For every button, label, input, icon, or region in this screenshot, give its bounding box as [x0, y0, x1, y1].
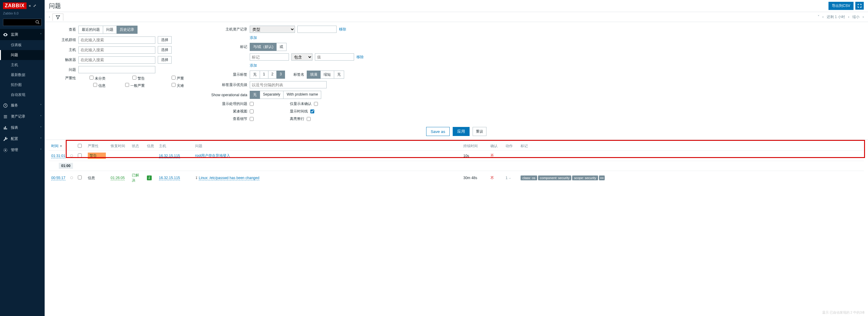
seg-history[interactable]: 历史记录 [117, 26, 137, 34]
problem-link[interactable]: Linux: /etc/passwd has been changed [199, 176, 259, 180]
prev-tab-icon[interactable]: ‹ [49, 15, 50, 19]
search-input[interactable] [3, 20, 33, 25]
col-problem: 问题 [193, 142, 461, 151]
ack-link[interactable]: 不 [490, 176, 494, 180]
tag-remove[interactable]: 移除 [356, 55, 364, 60]
apply-button[interactable]: 应用 [453, 127, 470, 136]
lbl-suppressed: 显示处理的问题 [208, 101, 247, 106]
nav-inventory[interactable]: 资产记录 ˅ [0, 111, 44, 122]
row-time[interactable]: 00:55:17 [51, 176, 65, 180]
opdata-group[interactable]: 无 Separately With problem name [250, 91, 321, 99]
tagmode-andor[interactable]: 与/或（默认) [250, 43, 277, 51]
gear-icon [3, 148, 8, 153]
sub-dashboard[interactable]: 仪表板 [0, 40, 44, 50]
nav-monitoring[interactable]: 监测 ˄ [0, 29, 44, 40]
nav-config[interactable]: 配置 ˅ [0, 133, 44, 145]
sev-3[interactable]: 信息 [79, 83, 105, 88]
nav-services[interactable]: 服务 ˅ [0, 100, 44, 111]
host-input[interactable] [79, 46, 155, 54]
host-select[interactable]: 选择 [158, 46, 172, 54]
show-toggle[interactable]: 最近的问题 问题 历史记录 [79, 26, 137, 34]
recovery-time[interactable]: 01:26:05 [111, 176, 125, 180]
info-icon[interactable]: i [147, 176, 152, 180]
sev-5[interactable]: 灾难 [157, 83, 184, 88]
problem-input[interactable] [79, 66, 155, 73]
host-link[interactable]: 16.32.15.115 [159, 176, 180, 180]
expand-icon[interactable]: ⤢ [33, 4, 36, 8]
lbl-hostgroup: 主机群组 [49, 37, 76, 42]
action-icon[interactable]: 1→ [505, 176, 511, 180]
chevron-down-icon: ˅ [40, 137, 42, 140]
time-fwd-icon[interactable]: › [863, 15, 864, 19]
trigger-select[interactable]: 选择 [158, 56, 172, 64]
trigger-input[interactable] [79, 56, 155, 64]
chevron-down-icon[interactable]: ˅ [818, 15, 819, 19]
ack-link[interactable]: 不 [490, 154, 494, 158]
cb-highlight[interactable] [307, 117, 311, 121]
cb-timeline[interactable] [310, 109, 314, 114]
tag-priority-input[interactable] [250, 81, 327, 88]
lbl-timeline: 显示时间线 [290, 109, 308, 114]
tag-add[interactable]: 添加 [250, 63, 257, 68]
reset-button[interactable]: 重设 [473, 127, 487, 136]
inv-value-input[interactable] [298, 26, 337, 33]
sev-1[interactable]: 警告 [118, 76, 145, 81]
tag-op-select[interactable]: 包含 [291, 53, 312, 61]
status [129, 151, 145, 161]
cb-suppressed[interactable] [250, 102, 254, 106]
tag-more-icon[interactable]: ••• [599, 176, 605, 180]
sub-hosts[interactable]: 主机 [0, 60, 44, 70]
table-row: 00:55:17 信息 01:26:05 已解决 i 16.32.15.115 … [49, 171, 864, 185]
tag-val-input[interactable] [315, 53, 354, 61]
row-select[interactable] [78, 154, 82, 157]
sub-discovery[interactable]: 自动发现 [0, 90, 44, 100]
cb-compact[interactable] [250, 109, 254, 114]
time-prev-icon[interactable]: ‹ [823, 15, 824, 19]
sev-2[interactable]: 严重 [157, 76, 184, 81]
tag[interactable]: class: os [521, 176, 537, 180]
row-time[interactable]: 01:31:01 [51, 154, 65, 158]
row-select[interactable] [78, 176, 82, 180]
tag[interactable]: scope: security [572, 176, 598, 180]
host-link[interactable]: 16.32.15.115 [159, 154, 180, 158]
show-tags-group[interactable]: 无 1 2 3 [250, 70, 285, 79]
tag[interactable]: component: security [538, 176, 571, 180]
fullscreen-button[interactable] [855, 2, 864, 10]
nav-admin[interactable]: 管理 ˅ [0, 145, 44, 156]
tag-mode[interactable]: 与/或（默认) 或 [250, 43, 286, 51]
sub-maps[interactable]: 拓扑图 [0, 80, 44, 90]
sev-0[interactable]: 未分类 [79, 76, 105, 81]
zoom-out[interactable]: 缩小 [852, 14, 860, 20]
save-as-button[interactable]: Save as [426, 127, 450, 136]
tag-name-input[interactable] [250, 53, 289, 61]
collapse-icon[interactable]: « [29, 4, 31, 8]
inv-type-select[interactable]: 类型 [250, 26, 295, 33]
hour-row: 01:00 [49, 161, 864, 171]
sidebar: ZABBIX « ⤢ Zabbix 6.0 监测 ˄ 仪表板 问题 主机 最新数… [0, 0, 44, 316]
export-csv-button[interactable]: 导出到CSV [829, 2, 854, 10]
seg-problems[interactable]: 问题 [103, 26, 117, 34]
tag-name-group[interactable]: 填满 缩短 无 [307, 70, 344, 79]
select-all[interactable] [78, 144, 82, 148]
nav-reports[interactable]: 报表 ˅ [0, 122, 44, 133]
cb-details[interactable] [250, 117, 254, 121]
sidebar-search[interactable] [3, 19, 42, 26]
inv-remove[interactable]: 移除 [339, 27, 346, 32]
cb-unack[interactable] [314, 102, 318, 106]
tagmode-or[interactable]: 或 [277, 43, 286, 51]
sev-4[interactable]: 一般严重 [118, 83, 145, 88]
sub-problems[interactable]: 问题 [0, 50, 44, 60]
col-time[interactable]: 时间 ▼ [51, 144, 62, 148]
problem-link[interactable]: root用户存在异地登入 [195, 154, 230, 158]
inv-add[interactable]: 添加 [250, 35, 257, 40]
hostgroup-select[interactable]: 选择 [158, 36, 172, 44]
arrow-down-icon: ↧ [195, 176, 198, 180]
sub-latest[interactable]: 最新数据 [0, 70, 44, 80]
hostgroup-input[interactable] [79, 36, 155, 44]
time-next-icon[interactable]: ‹ [848, 15, 849, 19]
seg-recent[interactable]: 最近的问题 [79, 26, 103, 34]
col-host: 主机 [157, 142, 193, 151]
col-tags: 标记 [518, 142, 864, 151]
search-icon[interactable] [33, 20, 41, 25]
filter-tab[interactable] [53, 13, 63, 21]
